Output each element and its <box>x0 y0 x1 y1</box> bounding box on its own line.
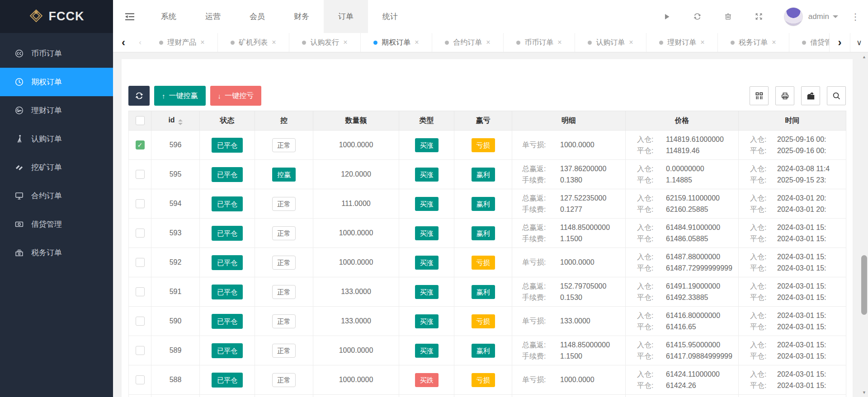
type-badge: 买涨 <box>415 256 439 270</box>
profit-loss-badge: 赢利 <box>472 226 495 240</box>
topnav-item-财务[interactable]: 财务 <box>279 0 324 33</box>
tab-close-icon[interactable]: × <box>200 38 204 47</box>
one-key-win-button[interactable]: ↑ 一键控赢 <box>154 86 206 106</box>
tab-理财产品[interactable]: 理财产品 × <box>146 33 218 52</box>
tab-close-icon[interactable]: × <box>629 38 633 47</box>
tab-dot-icon <box>445 41 449 45</box>
row-checkbox[interactable] <box>136 346 145 355</box>
status-badge: 已平仓 <box>212 373 243 388</box>
row-checkbox[interactable] <box>136 229 145 238</box>
column-header-控: 控 <box>255 111 313 131</box>
sidebar-item-期权订单[interactable]: 期权订单 <box>0 68 113 96</box>
tab-币币订单[interactable]: 币币订单 × <box>504 33 575 52</box>
sidebar-toggle-icon[interactable] <box>113 0 146 33</box>
cell-id: 590 <box>151 307 200 336</box>
topnav-items: 系统运营会员财务订单统计 <box>146 0 412 33</box>
tab-理财订单[interactable]: 理财订单 × <box>646 33 718 52</box>
cell-quantity: 1000.0000 <box>313 219 399 248</box>
sort-icon[interactable] <box>178 119 183 125</box>
topnav-item-系统[interactable]: 系统 <box>146 0 191 33</box>
refresh-table-button[interactable] <box>128 86 150 106</box>
tab-bar: ‹ ‹ 理财产品 × 矿机列表 × 认购发行 × 期权订单 × 合约订单 × 币… <box>113 33 868 52</box>
topnav-item-运营[interactable]: 运营 <box>191 0 235 33</box>
username-label[interactable]: admin <box>808 12 829 21</box>
print-icon[interactable] <box>775 86 794 105</box>
header: FCCK 系统运营会员财务订单统计 <box>0 0 868 33</box>
topnav-item-统计[interactable]: 统计 <box>368 0 412 33</box>
cell-price: 入仓:61416.80000000平仓:61416.65 <box>626 307 739 336</box>
refresh-icon[interactable] <box>693 12 703 22</box>
status-badge: 已平仓 <box>212 138 243 153</box>
row-checkbox[interactable] <box>136 287 145 296</box>
column-header-时间: 时间 <box>739 111 846 131</box>
trash-icon[interactable] <box>723 12 733 22</box>
play-icon[interactable] <box>662 12 672 22</box>
sidebar-item-挖矿订单[interactable]: 挖矿订单 <box>0 153 113 182</box>
cell-quantity: 133.0000 <box>313 277 399 307</box>
tab-合约订单[interactable]: 合约订单 × <box>432 33 504 52</box>
sidebar-item-认购订单[interactable]: 认购订单 <box>0 125 113 153</box>
tabs-scroll-left-faint-icon[interactable]: ‹ <box>134 33 146 52</box>
cell-time: 入仓:2024-03-01 15:平仓:2024-03-01 15: <box>739 336 846 365</box>
cell-time: 入仓:2024-03-01 15: <box>739 395 846 397</box>
tab-认购发行[interactable]: 认购发行 × <box>289 33 361 52</box>
topnav-item-订单[interactable]: 订单 <box>324 0 368 33</box>
tab-close-icon[interactable]: × <box>272 38 276 47</box>
tab-矿机列表[interactable]: 矿机列表 × <box>218 33 289 52</box>
cell-price: 入仓:61487.88000000平仓:61487.72999999999 <box>626 248 739 277</box>
row-checkbox[interactable] <box>136 258 145 267</box>
column-header-价格: 价格 <box>626 111 739 131</box>
user-avatar[interactable] <box>784 7 803 26</box>
type-badge: 买涨 <box>415 197 439 211</box>
scroll-up-icon[interactable]: ▲ <box>860 53 868 61</box>
tab-close-icon[interactable]: × <box>343 38 347 47</box>
more-vertical-icon[interactable]: ⋮ <box>851 11 860 22</box>
profit-loss-badge: 亏损 <box>472 373 495 387</box>
vertical-scrollbar[interactable]: ▲ ▼ <box>860 52 868 397</box>
columns-filter-icon[interactable] <box>750 86 769 105</box>
tab-期权订单[interactable]: 期权订单 × <box>361 33 432 52</box>
row-checkbox[interactable] <box>136 375 145 384</box>
cell-time: 入仓:2024-03-01 15:平仓:2024-03-01 15: <box>739 307 846 336</box>
tab-认购订单[interactable]: 认购订单 × <box>575 33 646 52</box>
tab-close-icon[interactable]: × <box>415 38 419 47</box>
cell-id: 596 <box>151 131 200 160</box>
sidebar-item-理财订单[interactable]: 理财订单 <box>0 96 113 125</box>
tab-close-icon[interactable]: × <box>486 38 490 47</box>
tab-close-icon[interactable]: × <box>772 38 776 47</box>
row-checkbox[interactable] <box>136 317 145 326</box>
table-row: 594 已平仓 正常 111.0000 买涨 赢利 总赢返:127.522350… <box>129 189 846 219</box>
sidebar-item-借贷管理[interactable]: 借贷管理 <box>0 210 113 238</box>
row-checkbox[interactable]: ✓ <box>136 140 145 149</box>
scrollbar-thumb[interactable] <box>861 255 867 315</box>
tabs-scroll-right-icon[interactable]: › <box>829 33 850 52</box>
sidebar: 币币订单 期权订单 理财订单 认购订单 挖矿订单 合约订单 借贷管理 税务订单 <box>0 33 113 397</box>
tab-税务订单[interactable]: 税务订单 × <box>718 33 789 52</box>
control-badge: 正常 <box>272 256 296 270</box>
tab-close-icon[interactable]: × <box>557 38 561 47</box>
tabs-scroll-left-icon[interactable]: ‹ <box>113 33 134 52</box>
sidebar-item-税务订单[interactable]: 税务订单 <box>0 238 113 267</box>
profit-loss-badge: 赢利 <box>472 197 495 211</box>
fullscreen-icon[interactable] <box>754 12 764 22</box>
row-checkbox[interactable] <box>136 170 145 179</box>
export-icon[interactable] <box>801 86 820 105</box>
tab-close-icon[interactable]: × <box>700 38 704 47</box>
cell-detail: 总赢返:127.52235000手续费:0.1277 <box>512 189 626 219</box>
user-caret-down-icon[interactable] <box>833 15 838 21</box>
tab-借贷管理[interactable]: 借贷管理 <box>789 33 829 52</box>
cell-quantity: 1000.0000 <box>313 248 399 277</box>
topnav-item-会员[interactable]: 会员 <box>235 0 279 33</box>
search-icon[interactable] <box>827 86 846 105</box>
cell-quantity: 111.0000 <box>313 189 399 219</box>
cell-id <box>151 395 200 397</box>
sidebar-item-币币订单[interactable]: 币币订单 <box>0 39 113 68</box>
sidebar-item-合约订单[interactable]: 合约订单 <box>0 182 113 210</box>
tab-dot-icon <box>588 41 592 45</box>
tabs-dropdown-icon[interactable]: ∨ <box>850 33 868 52</box>
select-all-checkbox[interactable] <box>136 116 145 125</box>
row-checkbox[interactable] <box>136 199 145 208</box>
scroll-down-icon[interactable]: ▼ <box>860 389 868 396</box>
column-header-id[interactable]: id <box>151 111 200 131</box>
one-key-lose-button[interactable]: ↓ 一键控亏 <box>210 86 262 106</box>
